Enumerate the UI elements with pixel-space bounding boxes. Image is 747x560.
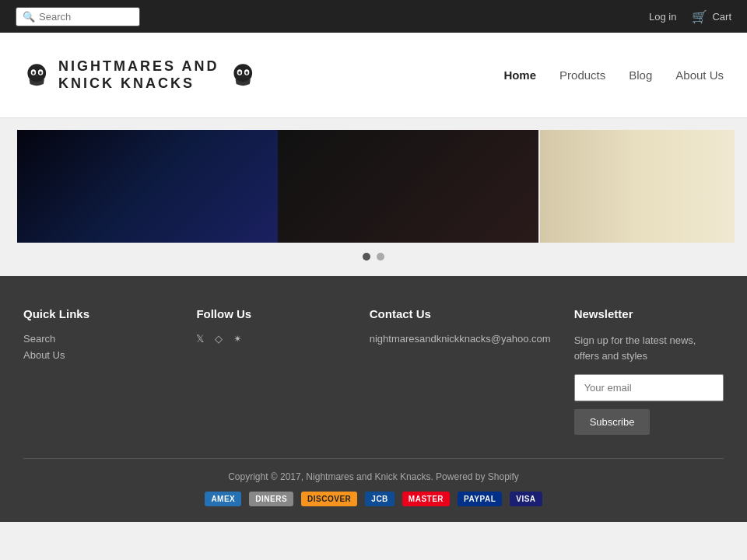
footer-follow-us: Follow Us 𝕏 ◇ ✴ <box>196 307 345 435</box>
visa-badge: VISA <box>510 492 542 506</box>
site-footer: Quick Links Search About Us Follow Us 𝕏 … <box>0 276 747 522</box>
contact-email: nightmaresandknickknacks@yahoo.com <box>370 333 551 345</box>
contact-us-title: Contact Us <box>370 307 551 320</box>
amex-badge: AMEX <box>205 492 241 506</box>
slider-bg-left <box>17 130 278 243</box>
pinterest-icon[interactable]: ✴ <box>233 333 242 345</box>
footer-newsletter: Newsletter Sign up for the latest news, … <box>574 307 724 435</box>
svg-point-4 <box>39 71 41 74</box>
cart-link[interactable]: Cart <box>712 11 731 23</box>
cart-icon: 🛒 <box>692 9 707 24</box>
footer-bottom: Copyright © 2017, Nightmares and Knick K… <box>23 458 724 506</box>
footer-about-link[interactable]: About Us <box>23 349 173 361</box>
newsletter-title: Newsletter <box>574 307 724 320</box>
slider-side-panel <box>540 130 735 243</box>
slider-dots <box>363 253 384 261</box>
copyright-text: Copyright © 2017, Nightmares and Knick K… <box>23 471 724 482</box>
slider-main <box>17 130 538 243</box>
footer-search-link[interactable]: Search <box>23 333 173 345</box>
jcb-badge: JCB <box>365 492 395 506</box>
subscribe-button[interactable]: Subscribe <box>574 409 651 435</box>
twitter-icon[interactable]: 𝕏 <box>196 333 204 345</box>
logo-skull-right-icon <box>230 50 257 100</box>
diners-badge: DINERS <box>249 492 293 506</box>
top-bar-right: Log in 🛒 Cart <box>649 9 731 24</box>
svg-point-3 <box>32 71 34 74</box>
slider-dot-2[interactable] <box>377 253 384 261</box>
login-link[interactable]: Log in <box>649 11 676 23</box>
hero-slider-section <box>0 118 747 276</box>
slider-container <box>0 126 747 247</box>
slider-dot-1[interactable] <box>363 253 370 261</box>
main-nav: Home Products Blog About Us <box>503 68 724 82</box>
top-bar: 🔍 Log in 🛒 Cart <box>0 0 747 33</box>
svg-point-0 <box>27 64 46 82</box>
facebook-icon[interactable]: ◇ <box>215 333 223 345</box>
footer-contact-us: Contact Us nightmaresandknickknacks@yaho… <box>370 307 551 435</box>
social-icons: 𝕏 ◇ ✴ <box>196 333 345 349</box>
search-icon: 🔍 <box>23 11 35 23</box>
quick-links-title: Quick Links <box>23 307 173 320</box>
newsletter-email-input[interactable] <box>574 374 724 401</box>
search-input[interactable] <box>39 11 133 23</box>
nav-blog[interactable]: Blog <box>629 68 652 82</box>
search-wrapper[interactable]: 🔍 <box>16 7 140 26</box>
footer-quick-links: Quick Links Search About Us <box>23 307 173 435</box>
site-header: NIGHTMARES AND KNICK KNACKS Home Product… <box>0 33 747 118</box>
payment-icons: AMEX DINERS DISCOVER JCB MASTER PAYPAL V… <box>23 492 724 506</box>
svg-point-12 <box>245 71 247 74</box>
logo-skull-icon <box>23 50 51 100</box>
footer-top: Quick Links Search About Us Follow Us 𝕏 … <box>23 307 724 435</box>
logo[interactable]: NIGHTMARES AND KNICK KNACKS <box>23 46 257 104</box>
newsletter-description: Sign up for the latest news, offers and … <box>574 333 724 363</box>
nav-about-us[interactable]: About Us <box>675 68 724 82</box>
cart-wrapper[interactable]: 🛒 Cart <box>692 9 731 24</box>
mastercard-badge: MASTER <box>402 492 450 506</box>
discover-badge: DISCOVER <box>301 492 357 506</box>
svg-point-8 <box>233 64 252 82</box>
paypal-badge: PAYPAL <box>458 492 502 506</box>
svg-point-11 <box>238 71 240 74</box>
nav-home[interactable]: Home <box>503 68 536 82</box>
follow-us-title: Follow Us <box>196 307 345 320</box>
nav-products[interactable]: Products <box>559 68 605 82</box>
slider-bg-right <box>278 130 538 243</box>
logo-text: NIGHTMARES AND KNICK KNACKS <box>58 58 222 92</box>
